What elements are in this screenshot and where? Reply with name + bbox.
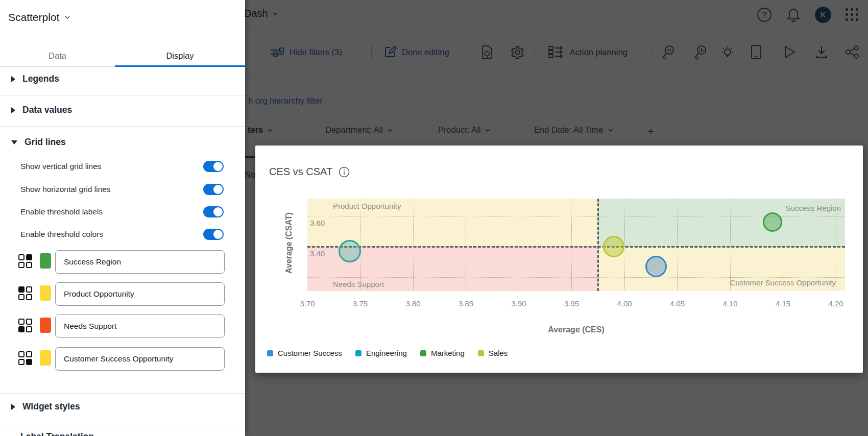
x-tick-label: 3.75	[345, 299, 375, 308]
horizontal-gridline	[307, 277, 845, 278]
section-grid-lines[interactable]: Grid lines	[0, 137, 245, 148]
info-icon[interactable]	[339, 166, 350, 178]
threshold-name-input[interactable]	[55, 250, 225, 274]
section-data-values-label: Data values	[22, 105, 72, 115]
collapse-arrow-icon	[11, 107, 15, 113]
collapse-arrow-icon	[11, 76, 15, 82]
quadrant-bottom-left-icon	[18, 319, 32, 332]
threshold-name-input[interactable]	[55, 347, 225, 371]
x-tick-label: 4.15	[767, 299, 798, 308]
legend-label: Customer Success	[278, 349, 342, 357]
threshold-color-swatch[interactable]	[40, 253, 51, 269]
quadrant-bottom-right-icon	[18, 351, 32, 365]
threshold-row	[0, 314, 245, 338]
legend-swatch-icon	[478, 350, 484, 356]
x-tick-label: 3.90	[503, 299, 534, 308]
divider	[0, 126, 245, 127]
threshold-name-input[interactable]	[55, 314, 225, 338]
legend-item[interactable]: Sales	[478, 349, 508, 357]
divider	[0, 95, 245, 95]
y-tick-label: 3.40	[310, 249, 325, 258]
threshold-color-swatch[interactable]	[40, 350, 51, 366]
x-tick-label: 3.80	[398, 299, 428, 308]
threshold-row	[0, 250, 245, 274]
point-engineering[interactable]	[339, 240, 361, 262]
active-tab-underline	[115, 65, 245, 67]
chart-legend: Customer SuccessEngineeringMarketingSale…	[267, 349, 508, 357]
threshold-row	[0, 347, 245, 371]
widget-type-label: Scatterplot	[8, 11, 59, 23]
x-tick-label: 3.95	[556, 299, 587, 308]
quadrant-top-left-icon	[18, 286, 32, 300]
tab-data[interactable]: Data	[0, 45, 115, 66]
point-sales[interactable]	[603, 236, 624, 257]
section-grid-lines-label: Grid lines	[25, 137, 66, 148]
region-label-bottom-left: Needs Support	[333, 280, 384, 288]
section-legends[interactable]: Legends	[0, 74, 245, 84]
region-label-top-right: Success Region	[786, 204, 841, 212]
x-threshold-line	[597, 199, 599, 291]
scatterplot-widget[interactable]: CES vs CSAT Average (CSAT) Product Oppor…	[255, 146, 863, 373]
section-label-translation-clipped[interactable]: Label Translation	[20, 431, 94, 436]
legend-item[interactable]: Engineering	[355, 349, 407, 357]
region-label-top-left: Product Opportunity	[333, 202, 401, 210]
threshold-colors-toggle[interactable]	[203, 229, 224, 240]
vertical-grid-toggle[interactable]	[203, 161, 224, 172]
y-threshold-line	[307, 246, 845, 248]
threshold-name-input[interactable]	[55, 282, 225, 306]
section-legends-label: Legends	[22, 74, 59, 84]
x-tick-label: 4.10	[715, 299, 745, 308]
toggle-label: Enable threshold colors	[20, 230, 103, 239]
toggle-label: Enable threshold labels	[20, 207, 103, 216]
screen: Dash ? K Hide filters (3) Done editing	[0, 0, 868, 436]
section-data-values[interactable]: Data values	[0, 105, 245, 115]
legend-label: Sales	[489, 349, 508, 357]
threshold-row	[0, 282, 245, 306]
chevron-down-icon	[64, 14, 70, 20]
horizontal-grid-toggle[interactable]	[203, 184, 224, 195]
divider	[0, 428, 245, 428]
y-axis-title: Average (CSAT)	[284, 194, 294, 292]
threshold-color-swatch[interactable]	[40, 318, 51, 333]
legend-item[interactable]: Marketing	[420, 349, 465, 357]
threshold-labels-toggle[interactable]	[203, 206, 224, 217]
x-tick-label: 3.70	[292, 299, 323, 308]
legend-item[interactable]: Customer Success	[267, 349, 342, 357]
toggle-label: Show horizontal grid lines	[20, 185, 111, 194]
point-customer-success[interactable]	[645, 256, 667, 277]
quadrant-top-right-icon	[18, 254, 32, 268]
section-widget-styles-label: Widget styles	[22, 401, 80, 412]
point-marketing[interactable]	[763, 212, 782, 232]
legend-swatch-icon	[355, 350, 361, 356]
tab-display[interactable]: Display	[115, 45, 245, 66]
widget-type-selector[interactable]: Scatterplot	[8, 11, 70, 23]
legend-swatch-icon	[420, 350, 426, 356]
divider	[0, 393, 245, 394]
threshold-color-swatch[interactable]	[40, 285, 51, 301]
legend-label: Engineering	[366, 349, 407, 357]
x-tick-label: 4.20	[821, 299, 851, 308]
x-axis-labels: 3.703.753.803.853.903.954.004.054.104.15…	[307, 299, 845, 309]
legend-label: Marketing	[431, 349, 465, 357]
collapse-arrow-icon	[11, 404, 15, 410]
y-tick-label: 3.60	[310, 219, 325, 227]
widget-title-text: CES vs CSAT	[269, 166, 332, 178]
legend-swatch-icon	[267, 350, 273, 356]
panel-tabs: Data Display	[0, 45, 245, 67]
x-axis-title: Average (CES)	[307, 325, 845, 334]
x-tick-label: 4.05	[662, 299, 692, 308]
toggle-label: Show vertical grid lines	[20, 162, 102, 171]
expand-arrow-icon	[11, 140, 17, 144]
x-tick-label: 3.85	[450, 299, 481, 308]
widget-title: CES vs CSAT	[269, 166, 350, 178]
x-tick-label: 4.00	[609, 299, 640, 308]
plot-area: Product Opportunity Success Region Needs…	[307, 199, 845, 291]
section-widget-styles[interactable]: Widget styles	[0, 401, 245, 412]
region-label-bottom-right: Customer Success Opportunity	[730, 278, 836, 287]
widget-settings-panel: Scatterplot Data Display Legends Data va…	[0, 0, 245, 436]
